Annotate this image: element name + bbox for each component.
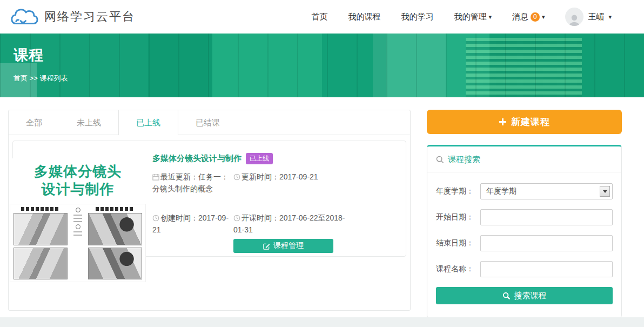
status-badge: 已上线	[246, 153, 273, 164]
manage-course-button[interactable]: 课程管理	[233, 239, 333, 253]
edit-icon	[263, 243, 270, 250]
nav-messages[interactable]: 消息 0 ▾	[512, 12, 545, 22]
tab-online[interactable]: 已上线	[118, 110, 178, 135]
end-date-input[interactable]	[480, 235, 613, 251]
course-search-panel: 课程搜索 年度学期： 年度学期 开始日期： 结束日期：	[427, 145, 622, 318]
course-name-label: 课程名称：	[436, 264, 480, 274]
search-panel-header: 课程搜索	[427, 146, 621, 172]
meta-update-time: 更新时间：2017-09-21	[233, 171, 347, 195]
sidebar: 新建课程 课程搜索 年度学期： 年度学期 开始日期：	[427, 110, 622, 318]
search-panel-title: 课程搜索	[448, 155, 480, 165]
storyboard-illustration	[10, 204, 146, 282]
chevron-down-icon: ▾	[488, 14, 492, 21]
clock-icon	[152, 215, 159, 222]
start-date-label: 开始日期：	[436, 212, 480, 222]
clock-icon	[233, 215, 240, 222]
tab-not-online[interactable]: 未上线	[59, 110, 118, 135]
tab-ended[interactable]: 已结课	[178, 110, 237, 135]
course-title[interactable]: 多媒体分镜头设计与制作	[152, 154, 242, 164]
course-cover-image[interactable]: 多媒体分镜头 设计与制作	[10, 158, 146, 282]
new-course-button[interactable]: 新建课程	[427, 110, 622, 134]
chevron-down-icon: ▾	[608, 14, 612, 21]
meta-recent-update: 最近更新：任务一：分镜头制作的概念	[152, 171, 233, 195]
search-courses-button[interactable]: 搜索课程	[436, 287, 613, 304]
course-card: 多媒体分镜头 设计与制作	[12, 141, 406, 257]
top-navbar: 网络学习云平台 首页 我的课程 我的学习 我的管理 ▾ 消息 0 ▾	[0, 0, 644, 34]
storyboard-panel	[14, 213, 68, 245]
search-icon	[436, 156, 444, 164]
course-name-input[interactable]	[480, 261, 613, 277]
breadcrumb[interactable]: 首页 >> 课程列表	[14, 74, 644, 83]
storyboard-panel	[14, 248, 68, 280]
main-nav: 首页 我的课程 我的学习 我的管理 ▾ 消息 0 ▾ 王嵋 ▾	[311, 8, 612, 26]
storyboard-panel	[88, 213, 142, 245]
storyboard-panel	[88, 248, 142, 280]
brand-name: 网络学习云平台	[44, 9, 135, 25]
course-list-panel: 全部 未上线 已上线 已结课 多媒体分镜头 设计与制作	[8, 110, 411, 311]
storyboard-caption	[96, 207, 135, 211]
cover-title: 多媒体分镜头 设计与制作	[10, 158, 146, 204]
semester-select[interactable]: 年度学期	[480, 183, 613, 199]
storyboard-caption	[21, 207, 60, 211]
plus-icon	[499, 118, 507, 126]
nav-my-courses[interactable]: 我的课程	[348, 12, 380, 22]
start-date-input[interactable]	[480, 209, 613, 225]
chevron-down-icon: ▾	[542, 14, 545, 21]
search-icon	[502, 292, 511, 300]
nav-home[interactable]: 首页	[311, 12, 327, 22]
user-name: 王嵋	[588, 12, 604, 22]
user-menu[interactable]: 王嵋 ▾	[565, 8, 612, 26]
meta-open-time: 开课时间：2017-06-22至2018-01-31	[233, 212, 347, 236]
course-tabs: 全部 未上线 已上线 已结课	[9, 110, 410, 135]
nav-my-learning[interactable]: 我的学习	[401, 12, 433, 22]
storyboard-notes	[70, 206, 86, 279]
select-dropdown-arrow[interactable]	[600, 186, 610, 197]
brand-logo[interactable]: 网络学习云平台	[10, 6, 135, 28]
cloud-logo-icon	[10, 6, 39, 28]
footer-strip	[0, 317, 644, 327]
end-date-label: 结束日期：	[436, 238, 480, 248]
course-meta: 最近更新：任务一：分镜头制作的概念 更新时间：2017-09-21 创建时间：2…	[152, 171, 398, 236]
message-count-badge: 0	[531, 12, 540, 22]
calendar-icon	[152, 173, 159, 181]
page-banner: 课程 首页 >> 课程列表	[0, 34, 644, 97]
nav-my-management[interactable]: 我的管理 ▾	[454, 12, 492, 22]
semester-label: 年度学期：	[436, 186, 480, 196]
meta-create-time: 创建时间：2017-09-21	[152, 212, 233, 236]
clock-icon	[233, 173, 240, 181]
avatar	[565, 8, 583, 26]
page: 网络学习云平台 首页 我的课程 我的学习 我的管理 ▾ 消息 0 ▾	[0, 0, 644, 327]
tab-all[interactable]: 全部	[9, 110, 59, 135]
page-title: 课程	[14, 45, 644, 65]
